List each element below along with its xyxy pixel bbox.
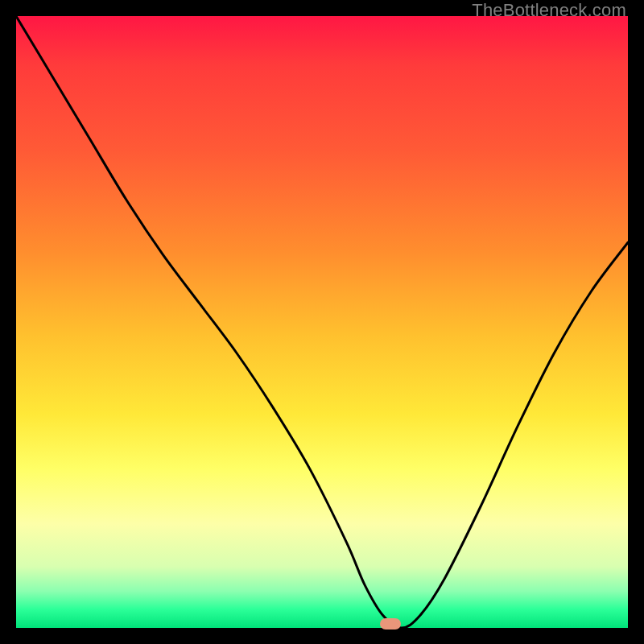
plot-area — [16, 16, 628, 628]
bottleneck-curve — [16, 16, 628, 628]
optimal-point-marker — [380, 618, 401, 630]
chart-frame: TheBottleneck.com — [0, 0, 644, 644]
